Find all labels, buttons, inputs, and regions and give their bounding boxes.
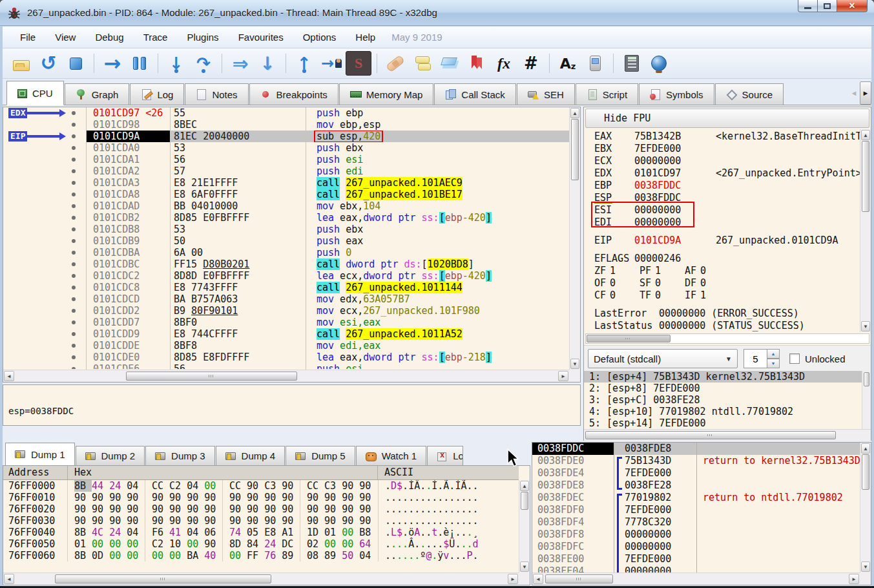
disasm-row[interactable]: 0101CDCDBA B757A063mov edx,63A057B7 (3, 293, 569, 305)
spinner-down-icon[interactable]: ▼ (767, 359, 780, 368)
disasm-row[interactable]: 0101CDA8E8 6AF0FFFFcall 267_unpacked.101… (3, 189, 569, 200)
tab-graph[interactable]: Graph (65, 83, 130, 105)
tab-dump-4[interactable]: Dump 4 (216, 446, 286, 465)
tab-script[interactable]: Script (576, 83, 638, 105)
disasm-row[interactable]: 0101CDD78BF0mov esi,eax (3, 317, 569, 328)
argument-row[interactable]: 5: [esp+14] 7EFDE000 (584, 417, 862, 429)
scroll-thumb[interactable] (126, 372, 297, 381)
argument-row[interactable]: 3: [esp+C] 0038FE28 (584, 394, 862, 406)
tab-call-stack[interactable]: Call Stack (434, 83, 516, 105)
hide-fpu-button[interactable]: Hide FPU (585, 109, 869, 128)
register-row-eip[interactable]: EIP0101CD9A267_unpacked.0101CD9A (584, 235, 860, 247)
function-button[interactable] (491, 51, 517, 76)
patch-button[interactable] (382, 51, 408, 76)
disasm-row[interactable]: 0101CDA053push ebx (3, 142, 569, 154)
breakpoint-gutter[interactable] (3, 200, 86, 212)
restart-button[interactable] (36, 51, 61, 76)
breakpoint-gutter[interactable] (3, 352, 86, 363)
register-row-ecx[interactable]: ECX00000000 (584, 155, 860, 167)
spinner-up-icon[interactable]: ▲ (767, 349, 780, 359)
menu-options[interactable]: Options (293, 26, 346, 48)
register-row-ebx[interactable]: EBX7EFDE000 (584, 143, 860, 155)
internet-button[interactable] (646, 51, 672, 76)
menu-file[interactable]: File (10, 26, 45, 48)
breakpoint-gutter[interactable] (3, 212, 86, 224)
breakpoint-gutter[interactable] (3, 363, 86, 369)
column-divider[interactable] (306, 107, 306, 370)
scroll-down-icon[interactable]: ▼ (520, 562, 529, 572)
stop-button[interactable] (63, 51, 88, 76)
scroll-down-icon[interactable]: ▼ (861, 321, 870, 331)
register-row-esi[interactable]: ESI00000000 (584, 204, 860, 216)
argument-count-input[interactable]: 5 (744, 349, 767, 368)
scroll-up-icon[interactable]: ▲ (570, 108, 579, 118)
menu-plugins[interactable]: Plugins (177, 26, 228, 48)
hex-dump-row[interactable]: 76FF00008B 44 24 04CC C2 04 00CC 90 C3 9… (3, 480, 519, 492)
scroll-thumb[interactable] (864, 372, 869, 386)
label-button[interactable] (437, 51, 463, 76)
calculator-button[interactable] (619, 51, 645, 76)
scroll-up-icon[interactable]: ▲ (520, 481, 529, 491)
stack-horizontal-scrollbar[interactable]: ◄ ► (532, 572, 860, 585)
disasm-row[interactable]: 0101CDC28D8D E0FBFFFFlea ecx,dword ptr s… (3, 270, 569, 282)
status-row-laststatus[interactable]: LastStatus00000000 (STATUS_SUCCESS) (584, 320, 860, 332)
breakpoint-gutter[interactable] (3, 328, 86, 340)
breakpoint-gutter[interactable] (3, 224, 86, 235)
script-toggle-button[interactable] (346, 51, 371, 76)
ascii-column-header[interactable]: ASCII (378, 466, 519, 479)
disasm-row[interactable]: 0101CDADBB 04010000mov ebx,104 (3, 200, 569, 212)
run-to-user-code-button[interactable] (318, 51, 344, 76)
disasm-vertical-scrollbar[interactable]: ▲ ▼ (569, 107, 580, 370)
stack-vertical-scrollbar[interactable]: ▲ ▼ (860, 443, 871, 572)
step-into-button[interactable] (163, 51, 189, 76)
handles-button[interactable] (582, 51, 608, 76)
dump-horizontal-scrollbar[interactable]: ◄ ► (3, 572, 519, 585)
breakpoint-gutter[interactable] (3, 189, 86, 200)
tab-dump-3[interactable]: Dump 3 (145, 446, 215, 465)
menu-help[interactable]: Help (346, 26, 385, 48)
disasm-row[interactable]: 0101CD9A81EC 20040000sub esp,420 (3, 131, 569, 142)
column-divider[interactable] (696, 443, 697, 572)
disasm-row[interactable]: 0101CDE656push esi (3, 363, 569, 369)
run-button[interactable] (99, 51, 125, 76)
calling-convention-select[interactable]: Default (stdcall) ▼ (588, 349, 738, 368)
disasm-row[interactable]: 0101CDC8E8 7743FFFFcall 267_unpacked.101… (3, 282, 569, 293)
disasm-row[interactable]: 0101CDB28D85 E0FBFFFFlea eax,dword ptr s… (3, 212, 569, 224)
scroll-thumb[interactable] (571, 119, 579, 180)
scroll-up-icon[interactable]: ▲ (861, 130, 870, 140)
disasm-row[interactable]: 0101CDBA6A 00push 0 (3, 247, 569, 258)
argument-row[interactable]: 4: [esp+10] 77019802 ntdll.77019802 (584, 406, 862, 417)
hex-dump-row[interactable]: 76FF00408B 4C 24 04F6 41 04 0674 05 E8 A… (3, 527, 519, 538)
disasm-row[interactable]: 0101CDE08D85 E8FDFFFFlea eax,dword ptr s… (3, 352, 569, 363)
strings-button[interactable] (555, 51, 581, 76)
execute-till-return-button[interactable] (291, 51, 317, 76)
scroll-thumb[interactable] (862, 454, 869, 490)
breakpoint-gutter[interactable] (3, 142, 86, 154)
menu-favourites[interactable]: Favourites (229, 26, 293, 48)
scroll-up-icon[interactable]: ▲ (861, 443, 870, 454)
register-row-eflags[interactable]: EFLAGS00000246 (584, 253, 860, 265)
flags-row[interactable]: OF0SF0DF0 (584, 277, 860, 289)
registers-vertical-scrollbar[interactable]: ▲ ▼ (860, 129, 871, 332)
dump-vertical-scrollbar[interactable]: ▲ ▼ (519, 480, 530, 572)
scroll-thumb[interactable] (521, 492, 528, 510)
arguments-vertical-scrollbar[interactable] (862, 371, 871, 429)
disasm-row[interactable]: 0101CD97 <2655push ebp (3, 107, 569, 119)
argument-row[interactable]: 2: [esp+8] 7EFDE000 (584, 383, 862, 394)
tab-scroll-right-button[interactable]: ► (860, 81, 871, 105)
disasm-row[interactable]: 0101CDA156push esi (3, 154, 569, 165)
disasm-row[interactable]: 0101CDB853push ebx (3, 224, 569, 235)
maximize-button[interactable] (818, 0, 837, 12)
trace-over-button[interactable] (255, 51, 280, 76)
hex-dump-row[interactable]: 76FF002090 90 90 9090 90 90 9090 90 90 9… (3, 503, 519, 515)
disasm-row[interactable]: 0101CDA257push edi (3, 165, 569, 177)
registers-horizontal-scrollbar[interactable] (585, 333, 869, 344)
tab-dump-2[interactable]: Dump 2 (76, 446, 145, 465)
disasm-row[interactable]: 0101CDBCFF15 D80B0201call dword ptr ds:[… (3, 258, 569, 270)
hex-dump-row[interactable]: 76FF005001 00 00 00C2 10 00 908D 84 24 D… (3, 538, 519, 550)
arguments-horizontal-scrollbar[interactable] (584, 429, 871, 441)
column-divider[interactable] (170, 107, 171, 370)
breakpoint-gutter[interactable] (3, 177, 86, 189)
breakpoint-gutter[interactable] (3, 270, 86, 282)
breakpoint-gutter[interactable] (3, 247, 86, 258)
